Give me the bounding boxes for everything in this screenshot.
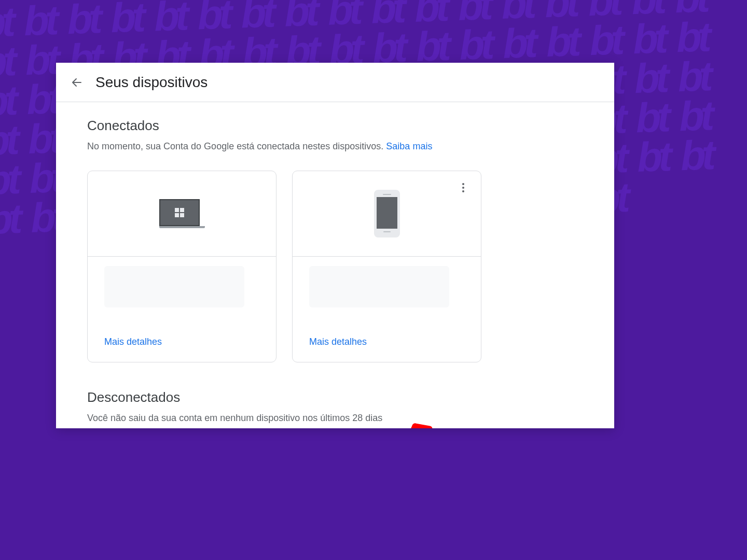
back-arrow-icon[interactable] [71,76,83,89]
device-info-placeholder [309,266,449,307]
device-cards: Mais detalhes [87,171,583,362]
devices-panel: Seus dispositivos Conectados No momento,… [56,63,614,428]
more-details-link[interactable]: Mais detalhes [309,337,464,347]
card-top [293,171,481,257]
phone-icon [374,190,400,237]
device-info-placeholder [104,266,244,307]
card-body: Mais detalhes [293,257,481,362]
device-card-phone: Mais detalhes [292,171,481,362]
kebab-menu-icon[interactable] [457,181,469,194]
disconnected-description: Você não saiu da sua conta em nenhum dis… [87,413,583,424]
svg-point-2 [462,190,464,192]
disconnected-section: Desconectados Você não saiu da sua conta… [87,389,583,424]
laptop-icon [159,199,205,228]
device-card-laptop: Mais detalhes [87,171,276,362]
connected-description-text: No momento, sua Conta do Google está con… [87,141,386,151]
learn-more-link[interactable]: Saiba mais [386,141,432,151]
panel-header: Seus dispositivos [56,63,614,102]
svg-point-0 [462,183,464,185]
connected-description: No momento, sua Conta do Google está con… [87,141,583,152]
card-body: Mais detalhes [88,257,276,362]
card-top [88,171,276,257]
more-details-link[interactable]: Mais detalhes [104,337,259,347]
page-title: Seus dispositivos [95,74,208,91]
disconnected-title: Desconectados [87,389,583,405]
connected-title: Conectados [87,118,583,134]
windows-icon [175,208,184,217]
svg-point-1 [462,187,464,189]
panel-content: Conectados No momento, sua Conta do Goog… [56,102,614,424]
